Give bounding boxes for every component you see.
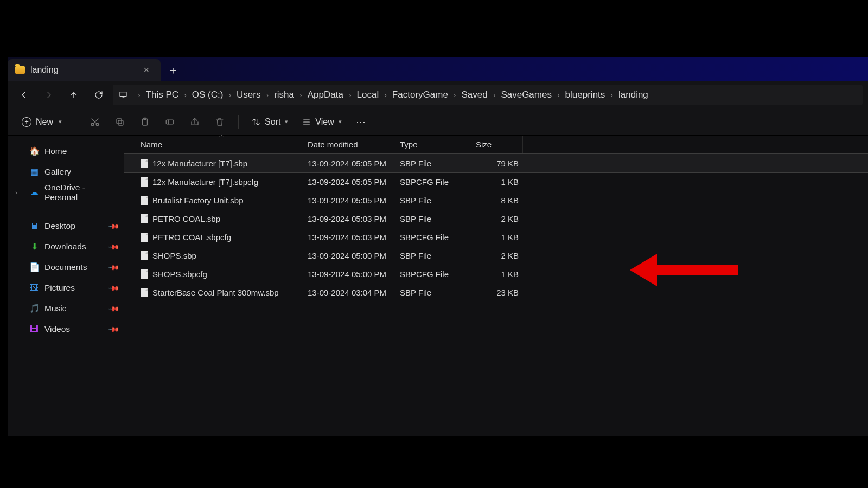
- sidebar-item-home[interactable]: 🏠 Home: [10, 141, 122, 162]
- file-date: 13-09-2024 03:04 PM: [303, 288, 395, 297]
- file-size: 8 KB: [471, 196, 523, 205]
- breadcrumb[interactable]: ›This PC›OS (C:)›Users›risha›AppData›Loc…: [113, 85, 863, 105]
- refresh-button[interactable]: [88, 84, 110, 106]
- documents-icon: 📄: [29, 262, 39, 272]
- sidebar-item-pictures[interactable]: 🖼 Pictures 📌: [10, 278, 122, 298]
- file-size: 1 KB: [471, 177, 523, 187]
- chevron-right-icon[interactable]: ›: [15, 189, 17, 196]
- file-name: Brutalist Factory Unit.sbp: [152, 196, 244, 205]
- sidebar-item-music[interactable]: 🎵 Music 📌: [10, 298, 122, 319]
- table-row[interactable]: 12x Manufacturer [T7].sbp13-09-2024 05:0…: [124, 154, 868, 172]
- delete-button[interactable]: [209, 111, 231, 133]
- chevron-right-icon: ›: [605, 91, 618, 99]
- sidebar-item-gallery[interactable]: ▦ Gallery: [10, 162, 122, 182]
- file-date: 13-09-2024 05:03 PM: [303, 214, 395, 223]
- chevron-right-icon: ›: [488, 91, 501, 99]
- up-button[interactable]: [63, 84, 85, 106]
- file-icon: [141, 269, 148, 279]
- separator: [238, 115, 239, 129]
- file-type: SBP File: [395, 288, 471, 297]
- sidebar-item-desktop[interactable]: 🖥 Desktop 📌: [10, 216, 122, 236]
- file-name-cell: 12x Manufacturer [T7].sbp: [141, 159, 303, 168]
- back-button[interactable]: [13, 84, 35, 106]
- close-tab-button[interactable]: ✕: [140, 63, 153, 76]
- breadcrumb-segment[interactable]: SaveGames: [501, 89, 552, 100]
- paste-button[interactable]: [134, 111, 156, 133]
- tab-bar: landing ✕ ＋: [8, 57, 868, 81]
- chevron-down-icon: ▾: [339, 118, 342, 125]
- file-date: 13-09-2024 05:05 PM: [303, 159, 395, 168]
- new-tab-button[interactable]: ＋: [161, 59, 186, 81]
- breadcrumb-segment[interactable]: AppData: [308, 89, 343, 100]
- copy-button[interactable]: [109, 111, 131, 133]
- breadcrumb-segment[interactable]: landing: [618, 89, 648, 100]
- sidebar-item-documents[interactable]: 📄 Documents 📌: [10, 257, 122, 278]
- breadcrumb-segment[interactable]: FactoryGame: [392, 89, 448, 100]
- cut-button[interactable]: [84, 111, 106, 133]
- new-button[interactable]: + New ▾: [15, 112, 68, 132]
- table-row[interactable]: 12x Manufacturer [T7].sbpcfg13-09-2024 0…: [124, 172, 868, 191]
- sidebar-item-videos[interactable]: 🎞 Videos 📌: [10, 319, 122, 339]
- table-row[interactable]: SHOPS.sbpcfg13-09-2024 05:00 PMSBPCFG Fi…: [124, 265, 868, 283]
- file-type: SBP File: [395, 196, 471, 205]
- table-row[interactable]: StarterBase Coal Plant 300mw.sbp13-09-20…: [124, 283, 868, 301]
- table-row[interactable]: SHOPS.sbp13-09-2024 05:00 PMSBP File2 KB: [124, 246, 868, 265]
- folder-icon: [15, 66, 25, 74]
- file-type: SBPCFG File: [395, 269, 471, 279]
- file-icon: [141, 288, 148, 297]
- column-label: Size: [476, 140, 492, 149]
- separator: [76, 115, 76, 129]
- file-name: SHOPS.sbpcfg: [152, 269, 207, 279]
- table-row[interactable]: PETRO COAL.sbp13-09-2024 05:03 PMSBP Fil…: [124, 209, 868, 228]
- column-label: Name: [141, 140, 162, 149]
- table-row[interactable]: PETRO COAL.sbpcfg13-09-2024 05:03 PMSBPC…: [124, 228, 868, 246]
- sidebar-item-onedrive[interactable]: › ☁ OneDrive - Personal: [10, 182, 122, 203]
- chevron-right-icon: ›: [261, 91, 275, 99]
- home-icon: 🏠: [29, 146, 39, 156]
- file-name-cell: PETRO COAL.sbpcfg: [141, 233, 303, 242]
- table-row[interactable]: Brutalist Factory Unit.sbp13-09-2024 05:…: [124, 191, 868, 209]
- column-name[interactable]: ︿ Name: [141, 136, 303, 153]
- view-label: View: [315, 117, 334, 127]
- breadcrumb-segment[interactable]: Local: [357, 89, 379, 100]
- file-name: 12x Manufacturer [T7].sbp: [152, 159, 247, 168]
- view-button[interactable]: View ▾: [297, 112, 347, 132]
- column-headers: ︿ Name Date modified Type Size: [124, 136, 868, 154]
- sort-ascending-icon: ︿: [219, 131, 225, 139]
- breadcrumb-segment[interactable]: blueprints: [565, 89, 605, 100]
- file-icon: [141, 159, 148, 168]
- file-date: 13-09-2024 05:05 PM: [303, 196, 395, 205]
- breadcrumb-segment[interactable]: OS (C:): [192, 89, 224, 100]
- sidebar-item-label: Pictures: [44, 283, 75, 293]
- share-button[interactable]: [184, 111, 206, 133]
- file-name-cell: StarterBase Coal Plant 300mw.sbp: [141, 288, 303, 297]
- rename-button[interactable]: [159, 111, 181, 133]
- file-type: SBP File: [395, 214, 471, 223]
- chevron-right-icon: ›: [552, 91, 565, 99]
- column-size[interactable]: Size: [471, 136, 523, 153]
- sidebar-item-label: Downloads: [44, 242, 86, 252]
- sort-button[interactable]: Sort ▾: [246, 112, 293, 132]
- sidebar-item-label: Videos: [44, 324, 70, 334]
- breadcrumb-segment[interactable]: risha: [274, 89, 294, 100]
- breadcrumb-segment[interactable]: This PC: [146, 89, 178, 100]
- sidebar-item-downloads[interactable]: ⬇ Downloads 📌: [10, 236, 122, 257]
- breadcrumb-segment[interactable]: Saved: [462, 89, 488, 100]
- file-icon: [141, 196, 148, 205]
- tab-landing[interactable]: landing ✕: [8, 59, 161, 81]
- sidebar-item-label: Gallery: [44, 167, 71, 177]
- file-name-cell: PETRO COAL.sbp: [141, 214, 303, 223]
- svg-rect-7: [166, 120, 174, 124]
- forward-button[interactable]: [38, 84, 60, 106]
- more-button[interactable]: ⋯: [350, 116, 372, 128]
- pin-icon: 📌: [108, 241, 120, 253]
- sidebar: 🏠 Home ▦ Gallery › ☁ OneDrive - Personal…: [8, 136, 124, 436]
- column-date[interactable]: Date modified: [303, 136, 395, 153]
- music-icon: 🎵: [29, 304, 39, 313]
- breadcrumb-segment[interactable]: Users: [237, 89, 260, 100]
- svg-rect-4: [117, 119, 122, 124]
- file-size: 1 KB: [471, 269, 523, 279]
- column-type[interactable]: Type: [395, 136, 471, 153]
- file-size: 23 KB: [471, 288, 523, 297]
- file-icon: [141, 214, 148, 223]
